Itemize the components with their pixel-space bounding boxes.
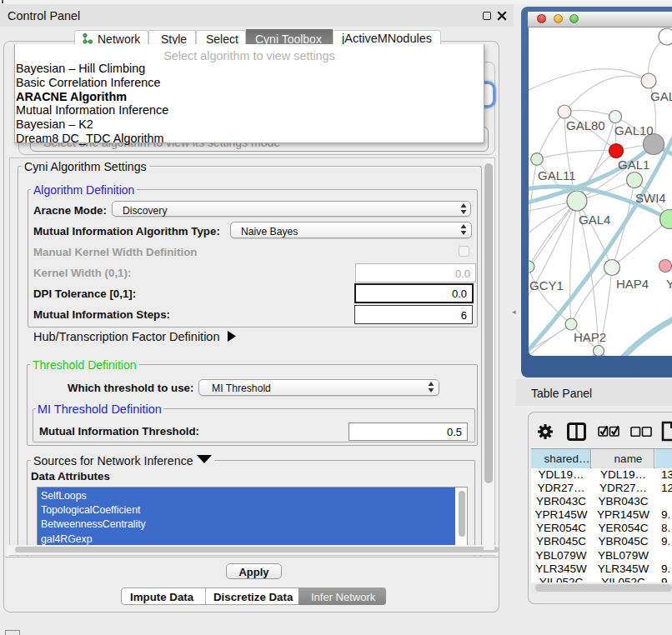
svg-text:HAP4: HAP4	[616, 277, 649, 291]
svg-text:Y: Y	[666, 277, 672, 291]
svg-text:GCY1: GCY1	[529, 278, 564, 292]
svg-text:GAL11: GAL11	[538, 168, 576, 182]
svg-text:GAL4: GAL4	[579, 212, 610, 227]
svg-text:GAL10: GAL10	[614, 123, 654, 138]
svg-text:HAP2: HAP2	[574, 330, 606, 344]
svg-text:SWI4: SWI4	[635, 191, 666, 205]
svg-text:GAL1: GAL1	[618, 158, 649, 172]
svg-text:GAL7: GAL7	[650, 89, 672, 103]
svg-text:GAL80: GAL80	[566, 118, 605, 132]
